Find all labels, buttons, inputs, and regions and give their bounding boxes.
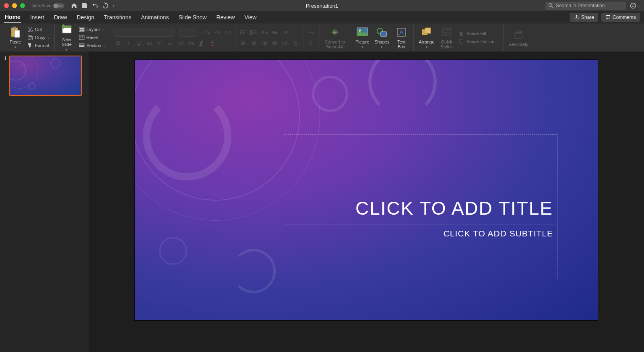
distribute-button[interactable]: ▯⌵ bbox=[307, 38, 316, 47]
shape-outline-icon bbox=[459, 39, 464, 44]
align-left-button[interactable] bbox=[239, 38, 248, 47]
decrease-font-button[interactable]: A▾ bbox=[213, 28, 222, 37]
ribbon-group-paragraph: ⌵ 123⌵ ≡◂ ≡▸ ↕≡⌵ ↕A⌵ ▥⌵ bbox=[236, 24, 304, 51]
layout-button[interactable]: Layout⌵ bbox=[77, 26, 107, 33]
copy-button[interactable]: Copy⌵ bbox=[26, 34, 51, 41]
svg-point-22 bbox=[240, 32, 241, 33]
undo-icon[interactable] bbox=[92, 2, 98, 9]
numbering-button[interactable]: 123⌵ bbox=[250, 28, 258, 37]
font-size-select[interactable] bbox=[179, 28, 197, 37]
smartart-icon bbox=[329, 27, 341, 37]
tab-draw[interactable]: Draw bbox=[53, 12, 68, 22]
textbox-button[interactable]: A Text Box bbox=[392, 25, 410, 50]
slide-canvas[interactable]: CLICK TO ADD TITLE CLICK TO ADD SUBTITLE bbox=[135, 60, 598, 320]
tab-transitions[interactable]: Transitions bbox=[103, 12, 132, 22]
svg-point-7 bbox=[28, 30, 29, 31]
strike-button[interactable]: ab bbox=[145, 38, 154, 47]
home-icon[interactable] bbox=[71, 2, 77, 9]
arrange-button[interactable]: Arrange▾ bbox=[417, 25, 436, 50]
align-center-button[interactable] bbox=[250, 38, 258, 47]
svg-point-1 bbox=[631, 3, 636, 8]
tab-slideshow[interactable]: Slide Show bbox=[178, 12, 207, 22]
minimize-window-button[interactable] bbox=[12, 3, 17, 8]
tab-home[interactable]: Home bbox=[4, 12, 21, 23]
shape-fill-button[interactable]: Shape Fill⌵ bbox=[457, 30, 500, 37]
slide-canvas-area[interactable]: CLICK TO ADD TITLE CLICK TO ADD SUBTITLE bbox=[89, 52, 644, 352]
title-placeholder[interactable]: CLICK TO ADD TITLE CLICK TO ADD SUBTITLE bbox=[284, 134, 557, 279]
line-spacing-button[interactable]: ↕≡⌵ bbox=[281, 28, 290, 37]
comments-button[interactable]: Comments bbox=[601, 13, 640, 22]
shape-fill-icon bbox=[459, 31, 464, 36]
superscript-button[interactable]: x² bbox=[155, 38, 164, 47]
ribbon-group-smartart: Convert to SmartArt bbox=[320, 24, 350, 51]
save-icon[interactable] bbox=[81, 2, 88, 9]
autosave-toggle[interactable]: AutoSave OFF bbox=[32, 3, 64, 8]
paste-button[interactable]: Paste▾ bbox=[6, 25, 24, 50]
share-button[interactable]: Share bbox=[570, 13, 598, 22]
tab-animations[interactable]: Animations bbox=[140, 12, 169, 22]
tab-view[interactable]: View bbox=[244, 12, 257, 22]
shape-outline-button[interactable]: Shape Outline⌵ bbox=[457, 38, 500, 45]
clear-format-button[interactable]: A◇ bbox=[223, 28, 232, 37]
ribbon-group-align-objects: ▭⌵ ▯⌵ bbox=[304, 24, 320, 51]
align-objects-button[interactable]: ▭⌵ bbox=[307, 28, 316, 37]
title-text[interactable]: CLICK TO ADD TITLE bbox=[288, 197, 553, 219]
subtitle-text[interactable]: CLICK TO ADD SUBTITLE bbox=[444, 229, 553, 238]
tab-design[interactable]: Design bbox=[76, 12, 95, 22]
cut-button[interactable]: Cut bbox=[26, 26, 51, 33]
change-case-button[interactable]: Aa bbox=[187, 38, 196, 47]
close-window-button[interactable] bbox=[4, 3, 9, 8]
justify-button[interactable] bbox=[270, 38, 279, 47]
quick-styles-button[interactable]: Quick Styles bbox=[438, 25, 456, 50]
maximize-window-button[interactable] bbox=[20, 3, 25, 8]
svg-rect-10 bbox=[29, 36, 32, 40]
search-input[interactable]: Search in Presentation bbox=[545, 2, 626, 10]
comment-icon bbox=[605, 14, 611, 20]
highlight-button[interactable] bbox=[197, 38, 206, 47]
svg-rect-14 bbox=[80, 28, 83, 29]
bullets-button[interactable]: ⌵ bbox=[239, 28, 248, 37]
new-slide-button[interactable]: New Slide▾ bbox=[58, 23, 76, 52]
char-spacing-button[interactable]: AV bbox=[176, 38, 185, 47]
sensitivity-button[interactable]: Sensitivity bbox=[507, 27, 530, 48]
convert-smartart-button[interactable]: Convert to SmartArt bbox=[323, 25, 347, 50]
subscript-button[interactable]: x₂ bbox=[166, 38, 175, 47]
svg-rect-38 bbox=[459, 43, 463, 44]
italic-button[interactable]: I bbox=[124, 38, 133, 47]
ribbon-group-slides: New Slide▾ Layout⌵ Reset Section⌵ bbox=[55, 24, 111, 51]
redo-icon[interactable] bbox=[102, 2, 109, 9]
autosave-switch[interactable]: OFF bbox=[53, 3, 64, 8]
text-direction-button[interactable]: ↕A⌵ bbox=[281, 38, 290, 47]
tab-insert[interactable]: Insert bbox=[29, 12, 45, 22]
underline-button[interactable]: U bbox=[134, 38, 143, 47]
format-painter-icon bbox=[27, 43, 33, 48]
reset-button[interactable]: Reset bbox=[77, 34, 107, 41]
bold-button[interactable]: B bbox=[114, 38, 122, 47]
section-button[interactable]: Section⌵ bbox=[77, 42, 107, 49]
align-right-button[interactable] bbox=[260, 38, 269, 47]
increase-indent-button[interactable]: ≡▸ bbox=[270, 28, 279, 37]
quick-access-toolbar: ▾ bbox=[71, 2, 115, 9]
svg-rect-18 bbox=[79, 44, 84, 45]
shapes-button[interactable]: Shapes▾ bbox=[373, 25, 391, 50]
ribbon: Paste▾ Cut Copy⌵ Format New Slide▾ Layou… bbox=[0, 23, 644, 52]
svg-rect-15 bbox=[80, 30, 81, 31]
arrange-icon bbox=[421, 27, 432, 37]
qat-customize-icon[interactable]: ▾ bbox=[113, 4, 115, 8]
tab-review[interactable]: Review bbox=[215, 12, 235, 22]
increase-font-button[interactable]: A▴ bbox=[202, 28, 211, 37]
share-icon bbox=[574, 14, 579, 20]
svg-rect-16 bbox=[82, 30, 84, 31]
slide-thumbnail-panel[interactable]: 1 bbox=[0, 52, 89, 352]
font-name-select[interactable] bbox=[114, 28, 174, 37]
feedback-icon[interactable] bbox=[630, 2, 636, 9]
svg-rect-17 bbox=[79, 35, 84, 40]
account-dropdown-icon[interactable]: ⌵ bbox=[638, 4, 640, 8]
title-divider bbox=[284, 224, 557, 224]
picture-button[interactable]: Picture▾ bbox=[353, 25, 371, 50]
columns-button[interactable]: ▥⌵ bbox=[291, 38, 300, 47]
font-color-button[interactable]: A bbox=[208, 38, 217, 47]
slide-thumbnail-1[interactable] bbox=[9, 56, 82, 96]
format-painter-button[interactable]: Format bbox=[26, 42, 51, 49]
decrease-indent-button[interactable]: ≡◂ bbox=[260, 28, 269, 37]
